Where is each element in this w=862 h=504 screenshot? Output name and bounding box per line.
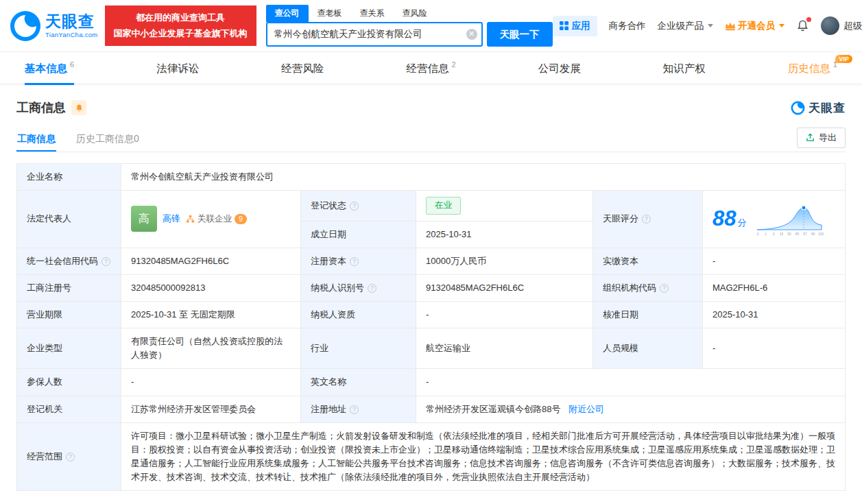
related-companies-chip[interactable]: 关联企业 9 xyxy=(186,213,247,226)
value-reg-status: 在业 xyxy=(416,191,593,221)
svg-text:97: 97 xyxy=(804,232,808,236)
tab-legal-litigation[interactable]: 法律诉讼 xyxy=(156,52,199,85)
label-credit-code: 统一社会信用代码? xyxy=(17,248,121,274)
help-icon[interactable]: ? xyxy=(642,215,651,224)
main-content: 工商信息 天眼查 工商信息 历史工商信息0 xyxy=(0,99,862,504)
search-tab-boss[interactable]: 查老板 xyxy=(309,5,351,22)
search-tabs: 查公司 查老板 查关系 查风险 xyxy=(266,5,553,22)
enterprise-products-menu[interactable]: 企业级产品 xyxy=(658,20,714,32)
svg-text:3: 3 xyxy=(773,232,775,236)
tab-intellectual-property[interactable]: 知识产权 xyxy=(663,52,706,85)
value-staff-size: - xyxy=(703,328,846,369)
search-tab-relation[interactable]: 查关系 xyxy=(351,5,394,22)
username: 超级风... xyxy=(843,20,862,32)
subtab-business-info[interactable]: 工商信息 xyxy=(16,127,56,152)
search-button[interactable]: 天眼一下 xyxy=(487,22,553,47)
label-reg-capital: 注册资本? xyxy=(301,248,416,274)
value-company-name: 常州今创航空航天产业投资有限公司 xyxy=(121,164,846,191)
help-icon[interactable]: ? xyxy=(66,453,75,461)
label-company-name: 企业名称 xyxy=(17,164,121,191)
status-badge: 在业 xyxy=(426,197,461,214)
brand-name: 天眼查 xyxy=(45,13,98,30)
search-tab-company[interactable]: 查公司 xyxy=(266,5,309,22)
help-icon[interactable]: ? xyxy=(660,284,669,293)
value-legal-rep: 高 高锋 关联企业 9 xyxy=(121,191,301,248)
value-paid-capital: - xyxy=(703,248,846,274)
watermark-logo: 天眼查 xyxy=(791,100,846,116)
tab-history-info[interactable]: 历史信息1 VIP xyxy=(788,52,837,85)
clear-icon[interactable]: ✕ xyxy=(466,29,477,40)
help-icon[interactable]: ? xyxy=(368,284,376,293)
tab-operation-info[interactable]: 经营信息2 xyxy=(406,52,455,85)
value-taxpayer-id: 91320485MAG2FH6L6C xyxy=(416,274,593,301)
subtab-history-business-info[interactable]: 历史工商信息0 xyxy=(75,127,140,152)
apps-button[interactable]: 应用 xyxy=(553,16,597,36)
label-org-code: 组织机构代码? xyxy=(593,274,703,301)
table-row: 经营范围? 许可项目：微小卫星科研试验；微小卫星生产制造；火箭发射设备研发和制造… xyxy=(17,422,846,491)
export-icon xyxy=(806,133,815,142)
legal-rep-avatar[interactable]: 高 xyxy=(131,206,157,232)
brand-domain: TianYanCha.com xyxy=(45,32,98,38)
label-insured-count: 参保人数 xyxy=(17,369,121,396)
table-row: 企业名称 常州今创航空航天产业投资有限公司 xyxy=(17,164,846,191)
table-row: 登记机关 江苏常州经济开发区管理委员会 注册地址? 常州经济开发区遥观镇今创路8… xyxy=(17,396,846,422)
value-approval-date: 2025-10-31 xyxy=(703,301,846,328)
search-tab-risk[interactable]: 查风险 xyxy=(394,5,436,22)
label-legal-rep: 法定代表人 xyxy=(17,191,121,248)
label-paid-capital: 实缴资本 xyxy=(593,248,703,274)
tab-basic-info[interactable]: 基本信息6 xyxy=(25,52,74,85)
value-credit-code: 91320485MAG2FH6L6C xyxy=(121,248,301,274)
user-account-menu[interactable]: 超级风... xyxy=(821,16,862,35)
value-score: 88分 0131550859799100 xyxy=(703,191,846,248)
subtabs: 工商信息 历史工商信息0 导出 xyxy=(16,127,846,152)
label-establish-date: 成立日期 xyxy=(301,221,416,248)
alarm-bell-icon xyxy=(75,104,84,112)
page-title: 工商信息 xyxy=(16,99,66,116)
label-business-term: 营业期限 xyxy=(17,301,121,328)
label-reg-address: 注册地址? xyxy=(301,396,416,422)
help-icon[interactable]: ? xyxy=(350,405,359,414)
brand-logo[interactable]: 天眼查 TianYanCha.com xyxy=(10,10,98,42)
label-score: 天眼评分? xyxy=(593,191,703,248)
notifications-bell[interactable] xyxy=(796,19,809,32)
value-industry: 航空运输业 xyxy=(416,328,593,369)
help-icon[interactable]: ? xyxy=(350,257,359,266)
value-reg-number: 320485000092813 xyxy=(121,274,301,301)
business-cooperation-link[interactable]: 商务合作 xyxy=(609,20,646,32)
nearby-companies-link[interactable]: 附近公司 xyxy=(568,404,604,414)
chevron-down-icon xyxy=(779,24,785,27)
brand-slogan: 都在用的商业查询工具 国家中小企业发展子基金旗下机构 xyxy=(105,5,256,47)
chevron-down-icon xyxy=(708,24,713,27)
value-org-code: MAG2FH6L-6 xyxy=(703,274,846,301)
value-taxpayer-quality: - xyxy=(416,301,593,328)
table-row: 参保人数 - 英文名称 - xyxy=(17,369,846,396)
search-input[interactable] xyxy=(266,22,483,47)
tianyan-score: 88分 xyxy=(713,202,746,235)
search-area: 查公司 查老板 查关系 查风险 ✕ 天眼一下 xyxy=(266,5,553,47)
vip-upgrade-menu[interactable]: 开通会员 xyxy=(725,20,785,32)
tab-operation-risk[interactable]: 经营风险 xyxy=(281,52,324,85)
label-english-name: 英文名称 xyxy=(301,369,416,396)
table-row: 营业期限 2025-10-31 至 无固定期限 纳税人资质 - 核准日期 202… xyxy=(17,301,846,328)
help-icon[interactable]: ? xyxy=(350,202,359,211)
business-info-table: 企业名称 常州今创航空航天产业投资有限公司 法定代表人 高 高锋 xyxy=(16,163,846,491)
grid-icon xyxy=(560,21,568,30)
svg-text:1: 1 xyxy=(765,232,767,236)
monitor-bell-button[interactable] xyxy=(71,100,86,115)
tab-company-development[interactable]: 公司发展 xyxy=(538,52,581,85)
svg-text:99: 99 xyxy=(811,232,815,236)
export-button[interactable]: 导出 xyxy=(797,128,846,148)
label-reg-authority: 登记机关 xyxy=(17,396,121,422)
label-staff-size: 人员规模 xyxy=(593,328,703,369)
label-approval-date: 核准日期 xyxy=(593,301,703,328)
label-industry: 行业 xyxy=(301,328,416,369)
svg-text:100: 100 xyxy=(818,232,824,236)
help-icon[interactable]: ? xyxy=(101,257,110,266)
legal-rep-name-link[interactable]: 高锋 xyxy=(163,212,180,226)
company-section-tabs: 基本信息6 法律诉讼 经营风险 经营信息2 公司发展 知识产权 历史信息1 VI… xyxy=(0,51,862,84)
value-establish-date: 2025-10-31 xyxy=(416,221,593,248)
label-reg-status: 登记状态? xyxy=(301,191,416,221)
value-english-name: - xyxy=(416,369,846,396)
svg-text:15: 15 xyxy=(780,232,784,236)
crown-icon xyxy=(725,21,736,31)
